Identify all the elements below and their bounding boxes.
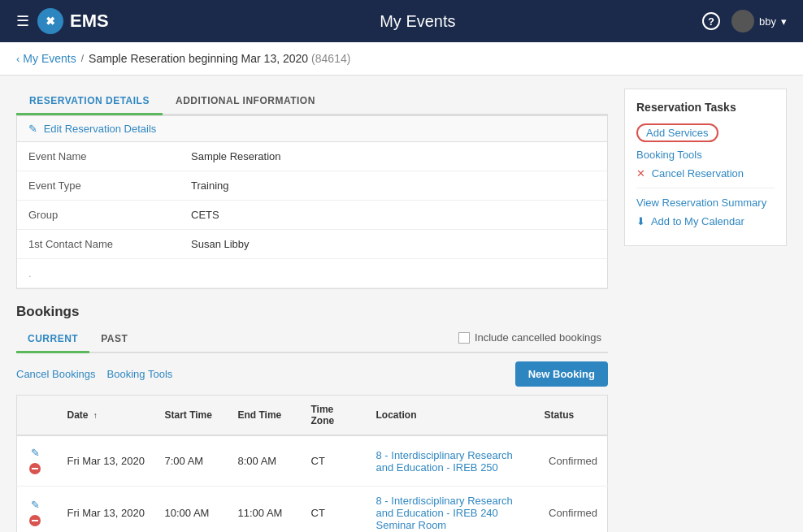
row1-start: 7:00 AM (155, 435, 228, 487)
value-group: CETS (180, 201, 607, 229)
bookings-table-body: ✎ Fri Mar 13, 2020 7:00 AM 8:00 AM CT 8 … (17, 435, 608, 532)
user-menu[interactable]: bby ▾ (731, 10, 787, 32)
bookings-title: Bookings (16, 304, 608, 320)
add-services-link[interactable]: Add Services (646, 127, 709, 139)
details-tabs: RESERVATION DETAILS ADDITIONAL INFORMATI… (16, 89, 608, 115)
row1-remove-icon[interactable] (27, 461, 43, 477)
edit-reservation-label: Edit Reservation Details (44, 123, 157, 135)
calendar-download-icon: ⬇ (636, 215, 645, 227)
th-actions (17, 396, 58, 436)
new-booking-button[interactable]: New Booking (515, 361, 608, 387)
main-content: RESERVATION DETAILS ADDITIONAL INFORMATI… (0, 76, 803, 532)
breadcrumb-id: (84614) (311, 52, 350, 65)
edit-reservation-link[interactable]: ✎ Edit Reservation Details (28, 123, 156, 135)
booking-tools-link[interactable]: Booking Tools (107, 368, 173, 380)
app-logo: ✖ EMS (37, 8, 109, 34)
table-row: ✎ Fri Mar 13, 2020 10:00 AM 11:00 AM CT … (17, 487, 608, 533)
row1-edit-icon[interactable]: ✎ (27, 444, 43, 461)
breadcrumb-current: Sample Reseration beginning Mar 13, 2020 (89, 52, 308, 65)
bookings-header-row: Date ↑ Start Time End Time Time Zone Loc… (17, 396, 608, 436)
label-event-name: Event Name (17, 142, 180, 171)
th-start-time: Start Time (155, 396, 228, 436)
booking-tools-link[interactable]: Booking Tools (636, 149, 775, 161)
bookings-toolbar: Cancel Bookings Booking Tools New Bookin… (16, 353, 608, 395)
task-add-calendar: ⬇ Add to My Calendar (636, 215, 775, 227)
tasks-panel: Reservation Tasks Add Services Booking T… (624, 89, 787, 246)
breadcrumb-separator: / (81, 53, 84, 64)
view-reservation-summary-link[interactable]: View Reservation Summary (636, 197, 775, 209)
cancel-reservation-label: Cancel Reservation (652, 167, 744, 179)
include-cancelled-checkbox[interactable] (458, 332, 470, 344)
row2-location: 8 - Interdisciplinary Research and Educa… (367, 487, 535, 533)
logo-text: EMS (70, 11, 109, 32)
row1-date: Fri Mar 13, 2020 (58, 435, 155, 487)
row2-remove-icon[interactable] (27, 513, 43, 529)
row1-status: Confirmed (535, 435, 608, 487)
bookings-tabs: CURRENT PAST Include cancelled bookings (16, 327, 608, 353)
help-button[interactable]: ? (702, 12, 720, 30)
row1-tz: CT (302, 435, 367, 487)
row1-status-badge: Confirmed (549, 455, 597, 467)
tab-additional-information[interactable]: ADDITIONAL INFORMATION (163, 89, 328, 115)
tab-past[interactable]: PAST (89, 327, 139, 353)
add-to-calendar-label: Add to My Calendar (651, 215, 744, 227)
breadcrumb-back-icon: ‹ (16, 53, 20, 65)
include-cancelled-label: Include cancelled bookings (475, 331, 601, 344)
include-cancelled-wrapper: Include cancelled bookings (458, 331, 601, 344)
value-contact: Susan Libby (180, 230, 607, 258)
detail-row-group: Group CETS (17, 201, 607, 230)
details-area: ✎ Edit Reservation Details Event Name Sa… (16, 115, 608, 289)
bookings-section: Bookings CURRENT PAST Include cancelled … (16, 304, 608, 532)
breadcrumb: ‹ My Events / Sample Reseration beginnin… (0, 42, 803, 76)
row1-location: 8 - Interdisciplinary Research and Educa… (367, 435, 535, 487)
label-more: . (17, 259, 180, 288)
user-name: bby (759, 15, 776, 28)
row1-end: 8:00 AM (228, 435, 302, 487)
task-add-services: Add Services (636, 123, 775, 142)
table-row: ✎ Fri Mar 13, 2020 7:00 AM 8:00 AM CT 8 … (17, 435, 608, 487)
left-panel: RESERVATION DETAILS ADDITIONAL INFORMATI… (16, 89, 608, 532)
row2-status: Confirmed (535, 487, 608, 533)
row2-start: 10:00 AM (155, 487, 228, 533)
row2-tz: CT (302, 487, 367, 533)
detail-row-event-name: Event Name Sample Reseration (17, 142, 607, 171)
add-to-calendar-link[interactable]: ⬇ Add to My Calendar (636, 215, 775, 227)
bookings-table: Date ↑ Start Time End Time Time Zone Loc… (16, 395, 608, 532)
label-event-type: Event Type (17, 171, 180, 200)
cancel-bookings-link[interactable]: Cancel Bookings (16, 368, 96, 380)
tasks-title: Reservation Tasks (636, 101, 775, 114)
row2-date: Fri Mar 13, 2020 (58, 487, 155, 533)
th-status: Status (535, 396, 608, 436)
pencil-icon: ✎ (28, 123, 37, 135)
cancel-reservation-link[interactable]: ✕ Cancel Reservation (636, 167, 775, 179)
th-end-time: End Time (228, 396, 302, 436)
row1-location-link[interactable]: 8 - Interdisciplinary Research and Educa… (376, 449, 513, 474)
th-location: Location (367, 396, 535, 436)
tab-current[interactable]: CURRENT (16, 327, 89, 353)
task-booking-tools: Booking Tools (636, 149, 775, 161)
sort-arrow-icon: ↑ (93, 411, 98, 420)
th-time-zone: Time Zone (302, 396, 367, 436)
row2-location-link[interactable]: 8 - Interdisciplinary Research and Educa… (376, 495, 513, 531)
row2-edit-icon[interactable]: ✎ (27, 496, 43, 513)
row1-actions: ✎ (17, 435, 58, 487)
logo-icon: ✖ (37, 8, 63, 34)
right-panel: Reservation Tasks Add Services Booking T… (624, 89, 787, 532)
task-view-summary: View Reservation Summary (636, 197, 775, 209)
bookings-table-head: Date ↑ Start Time End Time Time Zone Loc… (17, 396, 608, 436)
toolbar-right: New Booking (515, 361, 608, 387)
th-date[interactable]: Date ↑ (58, 396, 155, 436)
svg-rect-3 (32, 520, 38, 521)
tab-reservation-details[interactable]: RESERVATION DETAILS (16, 89, 163, 115)
row2-status-badge: Confirmed (549, 507, 597, 519)
label-contact: 1st Contact Name (17, 230, 180, 258)
label-group: Group (17, 201, 180, 229)
avatar (731, 10, 754, 32)
breadcrumb-parent[interactable]: My Events (23, 52, 76, 65)
user-chevron-icon: ▾ (781, 15, 787, 28)
hamburger-menu[interactable]: ☰ (16, 12, 29, 30)
page-title: My Events (133, 12, 702, 31)
detail-row-event-type: Event Type Training (17, 171, 607, 201)
task-divider (636, 188, 775, 188)
details-scroll: Event Name Sample Reseration Event Type … (17, 142, 607, 288)
